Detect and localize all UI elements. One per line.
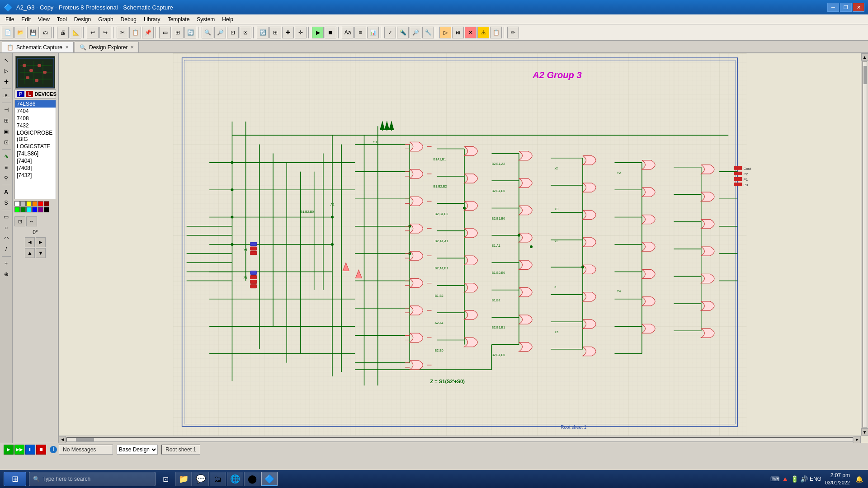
design-check-button[interactable]: ✓ [384, 27, 396, 38]
stop-button[interactable]: ⏹ [36, 445, 46, 455]
menu-graph[interactable]: Graph [94, 15, 117, 23]
menu-help[interactable]: Help [218, 15, 237, 23]
restore-button[interactable]: ❐ [840, 3, 852, 12]
bus-wire-tool[interactable]: ≡ [1, 162, 12, 172]
component-tool[interactable]: ▷ [1, 66, 12, 76]
cross-button[interactable]: ✛ [295, 27, 307, 38]
save-all-button[interactable]: 🗂 [40, 27, 52, 38]
device-74ls86[interactable]: 74LS86 [15, 100, 56, 108]
annotate-button[interactable]: Aa [342, 27, 354, 38]
color-yellow[interactable] [26, 201, 32, 206]
device-7432-bracket[interactable]: [7432] [15, 172, 56, 179]
run-button[interactable]: ▶ [312, 27, 324, 38]
warn-button[interactable]: ⚠ [477, 27, 489, 38]
probe-tool[interactable]: ⚲ [1, 173, 12, 183]
color-white[interactable] [14, 201, 20, 206]
menu-library[interactable]: Library [140, 15, 164, 23]
menu-file[interactable]: File [2, 15, 18, 23]
canvas-area[interactable]: ◄ ► ▲ ▼ [59, 53, 868, 443]
nav-right[interactable]: ► [36, 237, 46, 247]
label-tool[interactable]: LBL [1, 91, 12, 101]
menu-template[interactable]: Template [164, 15, 193, 23]
btn-p[interactable]: P [17, 91, 24, 97]
script-tool[interactable]: S [1, 198, 12, 208]
2d-circle-tool[interactable]: ○ [1, 223, 12, 233]
device-7408[interactable]: 7408 [15, 115, 56, 122]
tray-battery[interactable]: 🔋 [791, 475, 798, 483]
highlight-button[interactable]: 🔦 [397, 27, 409, 38]
refresh-button[interactable]: 🔃 [257, 27, 269, 38]
simulate-button[interactable]: ▷ [439, 27, 451, 38]
2d-box-tool[interactable]: ▭ [1, 212, 12, 222]
color-black[interactable] [44, 207, 49, 212]
scroll-thumb-v[interactable] [863, 66, 867, 84]
select-tool[interactable]: ↖ [1, 55, 12, 65]
print-area-button[interactable]: 📐 [70, 27, 81, 38]
info2-button[interactable]: 📋 [490, 27, 502, 38]
2d-line-tool[interactable]: / [1, 244, 12, 254]
close-button[interactable]: ✕ [853, 3, 864, 12]
play2-button[interactable]: ▶▶ [14, 445, 24, 455]
bus-tool[interactable]: ⊣ [1, 105, 12, 115]
scroll-up-btn[interactable]: ▲ [861, 53, 868, 61]
device-list[interactable]: 74LS86 7404 7408 7432 LOGICPROBE (BIG LO… [14, 100, 56, 199]
block-button[interactable]: ▭ [159, 27, 171, 38]
color-green[interactable] [14, 207, 20, 212]
tray-network[interactable]: 🔺 [781, 475, 789, 483]
snap-tool[interactable]: ⊡ [14, 216, 25, 226]
error-button[interactable]: ✕ [465, 27, 476, 38]
stop-run-button[interactable]: ⏹ [325, 27, 336, 38]
scroll-right-btn[interactable]: ► [854, 436, 861, 443]
tab-design-explorer[interactable]: 🔍 Design Explorer ✕ [75, 42, 139, 52]
device-74ls86-bracket[interactable]: [74LS86] [15, 150, 56, 157]
rotate-button[interactable]: 🔄 [184, 27, 196, 38]
zoom-out-button[interactable]: 🔎 [214, 27, 226, 38]
print-button[interactable]: 🖨 [57, 27, 69, 38]
device-7408-bracket[interactable]: [7408] [15, 164, 56, 172]
tray-volume[interactable]: 🔊 [800, 475, 808, 483]
zoom-area-button[interactable]: ⊠ [240, 27, 251, 38]
color-purple[interactable] [38, 207, 43, 212]
taskbar-chrome[interactable]: ⬤ [244, 472, 260, 486]
nav-down[interactable]: ▼ [36, 248, 46, 258]
base-design-select[interactable]: Base Design [117, 445, 158, 455]
sim2-button[interactable]: ⏯ [452, 27, 464, 38]
device-logicprobe[interactable]: LOGICPROBE (BIG [15, 129, 56, 143]
junction-tool[interactable]: ✚ [1, 77, 12, 87]
text-tool[interactable]: A [1, 187, 12, 197]
device-7404-bracket[interactable]: [7404] [15, 157, 56, 164]
bom-button[interactable]: 📊 [367, 27, 379, 38]
new-button[interactable]: 📄 [2, 27, 14, 38]
tab-design-close[interactable]: ✕ [130, 45, 134, 50]
taskbar-chat[interactable]: 💬 [193, 472, 209, 486]
color-cyan[interactable] [26, 207, 32, 212]
property-button[interactable]: 🔧 [422, 27, 434, 38]
task-view-button[interactable]: ⊡ [158, 472, 173, 486]
search-button[interactable]: 🔎 [410, 27, 421, 38]
start-button[interactable]: ⊞ [4, 472, 26, 486]
open-button[interactable]: 📂 [14, 27, 26, 38]
cut-button[interactable]: ✂ [117, 27, 128, 38]
color-orange[interactable] [32, 201, 38, 206]
menu-system[interactable]: System [193, 15, 218, 23]
color-red[interactable] [38, 201, 43, 206]
save-button[interactable]: 💾 [27, 27, 39, 38]
minimize-button[interactable]: ─ [827, 3, 839, 12]
h-scrollbar[interactable]: ◄ ► [59, 436, 861, 443]
menu-edit[interactable]: Edit [18, 15, 34, 23]
zoom-fit-button[interactable]: ⊡ [227, 27, 239, 38]
grid-button[interactable]: ⊞ [269, 27, 281, 38]
taskbar-browser[interactable]: 🌐 [227, 472, 243, 486]
origin-tool[interactable]: ⊕ [1, 269, 12, 279]
menu-tool[interactable]: Tool [53, 15, 71, 23]
v-scrollbar[interactable]: ▲ ▼ [861, 53, 868, 436]
port-tool[interactable]: ⊡ [1, 137, 12, 147]
menu-view[interactable]: View [34, 15, 53, 23]
nav-left[interactable]: ◄ [25, 237, 35, 247]
taskbar-proteus[interactable]: 🔷 [261, 472, 278, 486]
marker-tool[interactable]: + [1, 258, 12, 268]
color-blue[interactable] [32, 207, 38, 212]
tray-keyboard[interactable]: ⌨ [770, 475, 779, 483]
time-date[interactable]: 2:07 pm 03/01/2022 [825, 472, 850, 486]
edit-button[interactable]: ✏ [507, 27, 519, 38]
